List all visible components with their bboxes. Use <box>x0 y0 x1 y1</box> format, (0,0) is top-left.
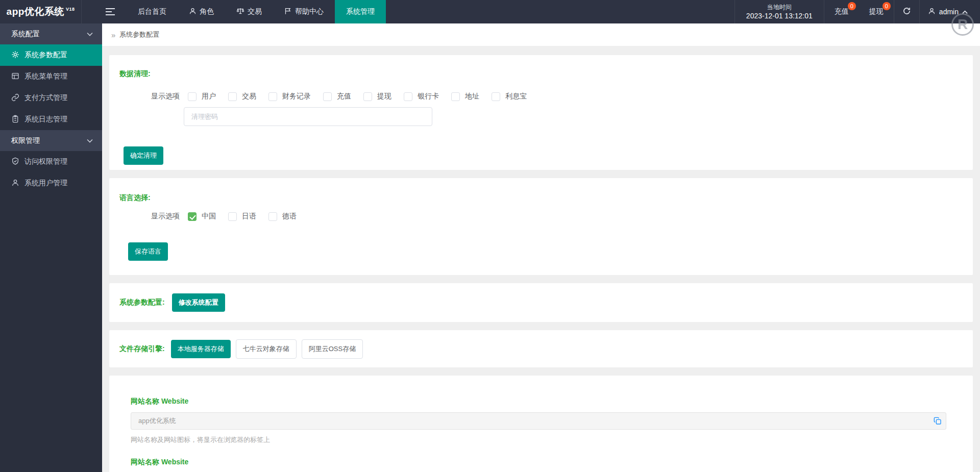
checkbox-interest-treasure[interactable]: 利息宝 <box>492 92 527 101</box>
sidebar: 系统配置 系统参数配置 系统菜单管理 支付方式管理 系统日志管理 权限管理 访问… <box>0 23 102 472</box>
nav-item-home[interactable]: 后台首页 <box>127 0 178 23</box>
sidebar-item-system-log-management[interactable]: 系统日志管理 <box>0 109 102 130</box>
refresh-button[interactable] <box>894 0 919 23</box>
language-select-title: 语言选择: <box>119 193 963 203</box>
content-area: 数据清理: 显示选项 用户 交易 财务记录 充值 提现 银行卡 地址 利息宝 确… <box>102 46 980 472</box>
local-time-label: 当地时间 <box>767 3 792 11</box>
double-chevron-right-icon: » <box>111 31 115 39</box>
app-logo-text: app优化系统 <box>7 5 64 18</box>
sidebar-item-system-menu-management[interactable]: 系统菜单管理 <box>0 66 102 87</box>
checkbox-withdraw[interactable]: 提现 <box>363 92 391 101</box>
local-time-value: 2023-12-01 13:12:01 <box>746 11 813 20</box>
nav-item-role[interactable]: 角色 <box>178 0 225 23</box>
app-logo: app优化系统V18 <box>0 0 82 23</box>
modify-system-config-button[interactable]: 修改系统配置 <box>172 293 225 312</box>
chevron-down-icon <box>87 32 93 36</box>
link-icon <box>11 93 19 103</box>
sidebar-section-permission-management[interactable]: 权限管理 <box>0 130 102 151</box>
window-icon <box>11 72 19 82</box>
aliyun-oss-storage-button[interactable]: 阿里云OSS存储 <box>302 339 363 359</box>
sidebar-item-access-permission-management[interactable]: 访问权限管理 <box>0 151 102 172</box>
website-name-input[interactable] <box>131 412 946 430</box>
user-menu[interactable]: admin <box>919 0 980 23</box>
card-storage-engine: 文件存储引擎: 本地服务器存储 七牛云对象存储 阿里云OSS存储 <box>109 330 973 367</box>
qiniu-object-storage-button[interactable]: 七牛云对象存储 <box>236 339 297 359</box>
menu-toggle-icon[interactable] <box>99 0 121 23</box>
person-icon <box>189 7 197 16</box>
user-icon <box>928 7 936 16</box>
checkbox-box[interactable] <box>228 212 237 221</box>
navbar-right-tools: 当地时间 2023-12-01 13:12:01 充值 0 提现 0 admin <box>734 0 980 23</box>
checkbox-box[interactable] <box>268 212 277 221</box>
card-data-clean: 数据清理: 显示选项 用户 交易 财务记录 充值 提现 银行卡 地址 利息宝 确… <box>109 55 973 170</box>
website-name-field-2: 网站名称 Website <box>131 458 946 472</box>
nav-item-system-management[interactable]: 系统管理 <box>335 0 386 23</box>
save-language-button[interactable]: 保存语言 <box>128 242 168 261</box>
website-name-help: 网站名称及网站图标，将显示在浏览器的标签上 <box>131 435 946 444</box>
local-server-storage-button[interactable]: 本地服务器存储 <box>171 340 231 358</box>
website-name-label: 网站名称 Website <box>131 397 946 406</box>
display-options-label: 显示选项 <box>151 92 180 101</box>
confirm-clean-button[interactable]: 确定清理 <box>124 146 163 165</box>
checkbox-box[interactable] <box>323 92 332 101</box>
checkbox-recharge[interactable]: 充值 <box>323 92 351 101</box>
sidebar-item-payment-method-management[interactable]: 支付方式管理 <box>0 87 102 109</box>
website-name-field-1: 网站名称 Website 网站名称及网站图标，将显示在浏览器的标签上 <box>131 397 946 444</box>
checkbox-box[interactable] <box>188 92 197 101</box>
clean-password-input[interactable] <box>184 107 432 126</box>
display-options-label: 显示选项 <box>151 212 180 221</box>
checkbox-finance-record[interactable]: 财务记录 <box>268 92 311 101</box>
top-navbar: app优化系统V18 后台首页 角色 交易 帮助中心 系统管理 当地时间 202… <box>0 0 980 23</box>
main-content: » 系统参数配置 数据清理: 显示选项 用户 交易 财务记录 充值 提现 银行卡… <box>102 23 980 472</box>
sidebar-item-system-user-management[interactable]: 系统用户管理 <box>0 172 102 194</box>
checkbox-box-checked[interactable] <box>188 212 197 221</box>
checkbox-box[interactable] <box>228 92 237 101</box>
system-param-title: 系统参数配置: <box>119 298 165 307</box>
checkbox-bank-card[interactable]: 银行卡 <box>404 92 439 101</box>
checkbox-box[interactable] <box>363 92 372 101</box>
withdraw-badge: 0 <box>883 2 891 10</box>
breadcrumb: » 系统参数配置 <box>102 23 980 46</box>
language-options-row: 显示选项 中国 日语 德语 <box>151 212 963 221</box>
sidebar-item-system-param-config[interactable]: 系统参数配置 <box>0 44 102 66</box>
card-language-select: 语言选择: 显示选项 中国 日语 德语 保存语言 <box>109 178 973 275</box>
flag-icon <box>284 7 292 16</box>
nav-item-trade[interactable]: 交易 <box>225 0 273 23</box>
nav-item-help-center[interactable]: 帮助中心 <box>273 0 335 23</box>
checkbox-lang-japanese[interactable]: 日语 <box>228 212 256 221</box>
recharge-badge: 0 <box>848 2 856 10</box>
website-name-label: 网站名称 Website <box>131 458 946 467</box>
recharge-button[interactable]: 充值 0 <box>824 0 859 23</box>
website-name-input-wrap <box>131 412 946 430</box>
refresh-icon <box>902 7 911 17</box>
user-icon <box>11 179 19 188</box>
card-website-settings: 网站名称 Website 网站名称及网站图标，将显示在浏览器的标签上 网站名称 … <box>109 376 973 472</box>
user-name: admin <box>939 8 959 16</box>
checkbox-box[interactable] <box>451 92 460 101</box>
chevron-up-icon <box>962 8 968 16</box>
checkbox-lang-german[interactable]: 德语 <box>268 212 297 221</box>
app-logo-version: V18 <box>66 7 75 12</box>
shield-check-icon <box>11 157 19 167</box>
data-clean-title: 数据清理: <box>119 69 963 79</box>
copy-icon[interactable] <box>934 417 942 425</box>
checkbox-lang-china[interactable]: 中国 <box>188 212 216 221</box>
checkbox-box[interactable] <box>404 92 412 101</box>
chevron-down-icon <box>87 139 93 143</box>
checkbox-address[interactable]: 地址 <box>451 92 479 101</box>
top-nav-menu: 后台首页 角色 交易 帮助中心 系统管理 <box>127 0 386 23</box>
storage-engine-title: 文件存储引擎: <box>119 344 165 354</box>
gear-icon <box>11 51 19 60</box>
checkbox-trade[interactable]: 交易 <box>228 92 256 101</box>
checkbox-box[interactable] <box>492 92 500 101</box>
data-clean-options-row: 显示选项 用户 交易 财务记录 充值 提现 银行卡 地址 利息宝 <box>151 92 963 101</box>
card-system-param: 系统参数配置: 修改系统配置 <box>109 283 973 322</box>
scales-icon <box>236 7 244 16</box>
withdraw-button[interactable]: 提现 0 <box>859 0 894 23</box>
sidebar-section-system-config[interactable]: 系统配置 <box>0 23 102 44</box>
checkbox-box[interactable] <box>268 92 277 101</box>
checkbox-user[interactable]: 用户 <box>188 92 216 101</box>
clipboard-icon <box>11 115 19 125</box>
breadcrumb-label: 系统参数配置 <box>119 30 159 39</box>
local-time-block: 当地时间 2023-12-01 13:12:01 <box>734 0 824 23</box>
